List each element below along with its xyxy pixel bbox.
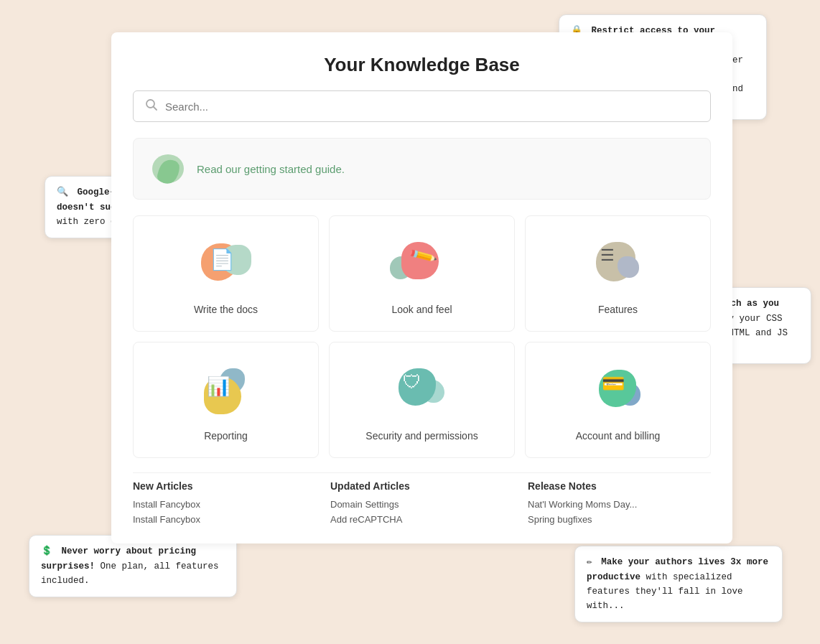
write-docs-icon: 📄	[194, 236, 258, 294]
card-reporting-label: Reporting	[204, 430, 248, 442]
features-icon: ☰	[586, 236, 651, 294]
authors-callout-icon: ✏	[587, 555, 592, 570]
card-features-label: Features	[598, 304, 638, 315]
search-input[interactable]	[165, 101, 699, 113]
card-write-docs[interactable]: 📄 Write the docs	[133, 215, 319, 332]
card-account-label: Account and billing	[576, 430, 661, 442]
account-icon: 💳	[586, 363, 651, 420]
release-note-link-2[interactable]: Spring bugfixes	[528, 514, 711, 525]
release-notes-title: Release Notes	[528, 480, 711, 492]
search-callout-icon: 🔍	[57, 185, 68, 200]
callout-authors: ✏ Make your authors lives 3x more produc…	[574, 546, 783, 622]
reporting-icon: 📊	[194, 363, 258, 420]
search-bar	[133, 90, 711, 122]
bottom-col-new-articles: New Articles Install Fancybox Install Fa…	[133, 480, 316, 529]
look-feel-icon: ✏️	[390, 236, 455, 294]
updated-articles-title: Updated Articles	[330, 480, 513, 492]
bottom-col-updated-articles: Updated Articles Domain Settings Add reC…	[330, 480, 513, 529]
new-articles-title: New Articles	[133, 480, 316, 492]
card-look-feel-label: Look and feel	[391, 304, 452, 315]
getting-started-link[interactable]: Read our getting started guide.	[197, 163, 345, 175]
blob-green-icon	[151, 151, 185, 186]
card-security-label: Security and permissions	[365, 430, 477, 442]
pricing-callout-icon: 💲	[41, 544, 52, 559]
security-icon: 🛡	[390, 363, 455, 420]
card-write-docs-label: Write the docs	[194, 304, 258, 315]
card-security[interactable]: 🛡 Security and permissions	[329, 342, 515, 458]
callout-pricing: 💲 Never worry about pricing surprises! O…	[29, 535, 237, 597]
svg-line-2	[154, 107, 157, 111]
search-icon	[145, 98, 158, 114]
card-look-feel[interactable]: ✏️ Look and feel	[329, 215, 515, 332]
card-account[interactable]: 💳 Account and billing	[525, 342, 711, 458]
getting-started-banner: Read our getting started guide.	[133, 138, 711, 200]
cards-grid: 📄 Write the docs ✏️ Look and feel ☰ Feat…	[133, 215, 711, 458]
updated-article-link-2[interactable]: Add reCAPTCHA	[330, 514, 513, 525]
bottom-section: New Articles Install Fancybox Install Fa…	[133, 472, 711, 529]
new-article-link-2[interactable]: Install Fancybox	[133, 514, 316, 525]
updated-article-link-1[interactable]: Domain Settings	[330, 499, 513, 510]
card-features[interactable]: ☰ Features	[525, 215, 711, 332]
card-reporting[interactable]: 📊 Reporting	[133, 342, 319, 458]
release-note-link-1[interactable]: Nat'l Working Moms Day...	[528, 499, 711, 510]
page-title: Your Knowledge Base	[133, 54, 711, 76]
bottom-col-release-notes: Release Notes Nat'l Working Moms Day... …	[528, 480, 711, 529]
new-article-link-1[interactable]: Install Fancybox	[133, 499, 316, 510]
main-container: Your Knowledge Base Read our getting sta…	[111, 32, 732, 543]
